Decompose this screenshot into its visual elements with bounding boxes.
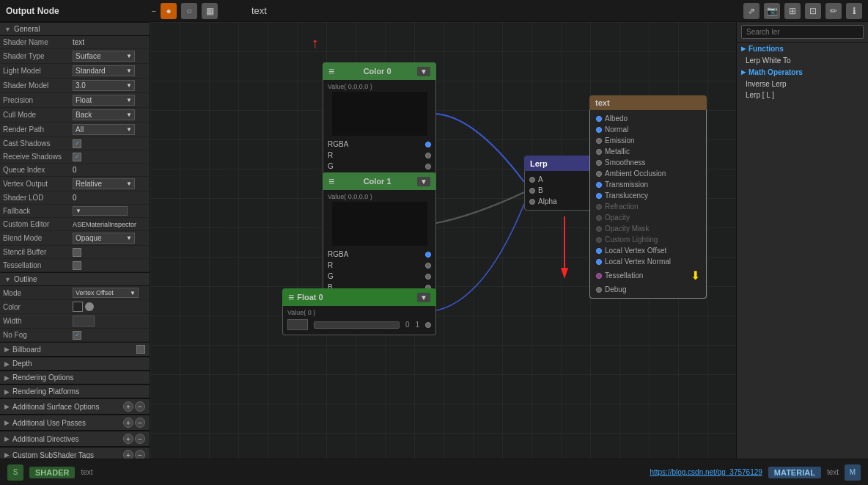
minimize-button[interactable]: − — [152, 7, 156, 15]
port-lvo-in[interactable] — [596, 248, 602, 254]
icon-share[interactable]: ⇗ — [743, 3, 760, 19]
dropdown-fallback[interactable] — [73, 206, 128, 216]
port-refraction-in[interactable] — [596, 204, 602, 210]
icon-camera[interactable]: 📷 — [764, 3, 780, 19]
section-label-general: General — [14, 25, 40, 33]
section-billboard[interactable]: ▶ Billboard — [0, 342, 150, 357]
port-translucency-in[interactable] — [596, 193, 602, 199]
float0-value[interactable]: 0 — [287, 319, 308, 330]
port-opacity-mask-in[interactable] — [596, 226, 602, 232]
port-custom-lighting-in[interactable] — [596, 237, 602, 243]
remove-sub-btn[interactable]: − — [135, 450, 145, 459]
float0-slider[interactable] — [314, 321, 400, 329]
url-link[interactable]: https://blog.csdn.net/qq_37576129 — [650, 468, 762, 476]
section-additional-directives[interactable]: ▶ Additional Directives + − — [0, 431, 150, 447]
prop-receive-shadows: Receive Shadows — [0, 150, 150, 164]
dropdown-outline-mode[interactable]: Vertex Offset — [73, 288, 139, 298]
port-rgba-c1[interactable] — [425, 252, 431, 258]
remove-surface-btn[interactable]: − — [135, 401, 145, 412]
remove-dir-btn[interactable]: − — [135, 434, 145, 444]
section-rendering-platforms[interactable]: ▶ Rendering Platforms — [0, 384, 150, 398]
dropdown-cull-mode[interactable]: Back — [73, 109, 135, 120]
section-custom-subshader[interactable]: ▶ Custom SubShader Tags + − — [0, 447, 150, 459]
checkbox-receive-shadows[interactable] — [73, 153, 81, 161]
add-sub-btn[interactable]: + — [123, 450, 133, 459]
search-item-inverse-lerp[interactable]: Inverse Lerp — [737, 79, 868, 90]
port-debug-in[interactable] — [596, 287, 602, 293]
icon-layout2[interactable]: ⊡ — [805, 3, 821, 19]
dropdown-vertex-output[interactable]: Relative — [73, 178, 135, 189]
port-tessellation-in[interactable] — [596, 273, 602, 279]
dropdown-light-model[interactable]: Standard — [73, 65, 135, 76]
canvas-area[interactable]: ↓ ≡ Color 0 ▼ Value( 0,0,0,0 ) RGBA R — [150, 22, 736, 459]
value-custom-editor[interactable]: ASEMaterialInspector — [73, 221, 147, 228]
port-a-lerp-in[interactable] — [529, 177, 535, 183]
dropdown-shader-type[interactable]: Surface — [73, 51, 135, 62]
color-picker-icon[interactable] — [85, 302, 94, 311]
checkbox-billboard[interactable] — [136, 345, 145, 354]
node-dropdown-c0[interactable]: ▼ — [417, 67, 430, 76]
value-queue-index[interactable]: 0 — [73, 166, 147, 174]
search-input[interactable] — [741, 25, 864, 39]
section-outline[interactable]: ▼ Outline — [0, 272, 150, 286]
add-surface-btn[interactable]: + — [123, 401, 133, 412]
section-additional-surface[interactable]: ▶ Additional Surface Options + − — [0, 398, 150, 415]
node-color1[interactable]: ≡ Color 1 ▼ Value( 0,0,0,0 ) RGBA R G — [323, 172, 436, 307]
port-g-c0[interactable] — [425, 164, 431, 169]
search-item-lerp-white[interactable]: Lerp White To — [737, 55, 868, 66]
dropdown-precision[interactable]: Float — [73, 95, 135, 106]
dropdown-render-path[interactable]: All — [73, 124, 135, 135]
toolbar-icon-grid[interactable]: ▦ — [202, 3, 218, 19]
value-shader-name[interactable]: text — [73, 38, 147, 46]
node-menu-icon-c0[interactable]: ≡ — [328, 65, 334, 77]
dropdown-shader-model[interactable]: 3.0 — [73, 80, 135, 91]
port-lvn-in[interactable] — [596, 259, 602, 265]
port-alpha-lerp-in[interactable] — [529, 199, 535, 205]
port-metallic-in[interactable] — [596, 149, 602, 155]
value-shader-lod[interactable]: 0 — [73, 194, 147, 202]
node-dropdown-c1[interactable]: ▼ — [417, 177, 430, 186]
icon-info[interactable]: ℹ — [846, 3, 862, 19]
section-rendering-options[interactable]: ▶ Rendering Options — [0, 371, 150, 384]
search-section-math[interactable]: Math Operators — [737, 66, 868, 79]
section-additional-use[interactable]: ▶ Additional Use Passes + − — [0, 415, 150, 431]
add-use-btn[interactable]: + — [123, 417, 133, 428]
node-dropdown-f0[interactable]: ▼ — [417, 293, 430, 302]
port-transmission-in[interactable] — [596, 182, 602, 188]
port-ao-in[interactable] — [596, 171, 602, 177]
port-rgba-c0[interactable] — [425, 142, 431, 147]
checkbox-stencil-buffer[interactable] — [73, 248, 81, 257]
section-depth[interactable]: ▶ Depth — [0, 357, 150, 371]
checkbox-no-fog[interactable] — [73, 331, 81, 340]
color-swatch-outline[interactable] — [73, 302, 83, 312]
port-b-lerp-in[interactable] — [529, 188, 535, 194]
search-section-functions[interactable]: Functions — [737, 43, 868, 55]
add-dir-btn[interactable]: + — [123, 434, 133, 444]
section-general[interactable]: ▼ General — [0, 22, 150, 36]
checkbox-cast-shadows[interactable] — [73, 139, 81, 148]
checkbox-tessellation[interactable] — [73, 261, 81, 270]
port-emission-in[interactable] — [596, 138, 602, 144]
port-albedo-in[interactable] — [596, 116, 602, 122]
search-item-lerp-l[interactable]: Lerp [ L ] — [737, 90, 868, 101]
port-r-c0[interactable] — [425, 153, 431, 158]
port-metallic: Metallic — [590, 146, 706, 157]
input-outline-width[interactable]: 0 — [73, 316, 95, 327]
toolbar-icon-orange[interactable]: ● — [161, 3, 177, 19]
toolbar-icon-circle[interactable]: ○ — [181, 3, 197, 19]
node-float0[interactable]: ≡ Float 0 ▼ Value( 0 ) 0 0 1 — [282, 288, 436, 335]
node-menu-icon-c1[interactable]: ≡ — [328, 175, 334, 187]
port-smoothness-in[interactable] — [596, 160, 602, 166]
dropdown-blend-mode[interactable]: Opaque — [73, 233, 135, 244]
node-menu-icon-f0[interactable]: ≡ — [288, 291, 294, 303]
port-normal-in[interactable] — [596, 127, 602, 133]
icon-pen[interactable]: ✏ — [825, 3, 842, 19]
port-float0-out[interactable] — [425, 322, 431, 328]
port-g-c1[interactable] — [425, 274, 431, 280]
port-opacity-in[interactable] — [596, 215, 602, 221]
label-b-lerp: B — [538, 186, 543, 194]
port-r-c1[interactable] — [425, 263, 431, 269]
remove-use-btn[interactable]: − — [135, 417, 145, 428]
node-text-output[interactable]: text Albedo Normal Emission Metallic — [589, 95, 707, 299]
icon-layout1[interactable]: ⊞ — [784, 3, 801, 19]
